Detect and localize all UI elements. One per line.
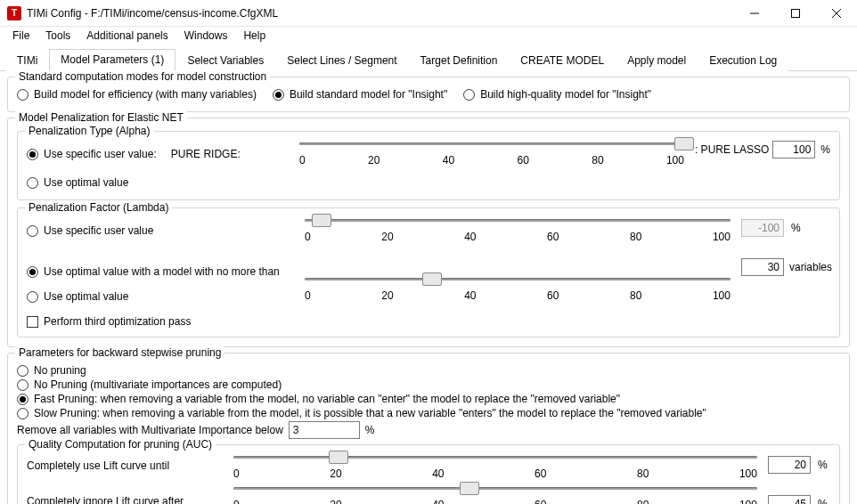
label-pct: % <box>818 459 828 471</box>
input-lambda-specific <box>741 219 784 237</box>
tick: 20 <box>381 289 393 302</box>
svg-rect-1 <box>792 9 800 17</box>
menubar: File Tools Additional panels Windows Hel… <box>0 27 857 45</box>
minimize-button[interactable] <box>734 0 775 26</box>
tab-execution-log[interactable]: Execution Log <box>698 50 788 71</box>
tick: 20 <box>330 499 341 504</box>
input-lift-until[interactable] <box>768 456 811 474</box>
group-standard-modes-label: Standard computation modes for model con… <box>15 70 270 83</box>
tick: 100 <box>713 231 730 243</box>
tick: 100 <box>739 499 757 504</box>
radio-slow-pruning[interactable] <box>17 408 29 419</box>
label-build-hq: Build high-quality model for "Insight" <box>480 88 651 101</box>
label-lambda-optimal: Use optimal value <box>44 290 128 303</box>
group-penalization-label: Model Penalization for Elastic NET <box>15 111 187 124</box>
label-remove-below: Remove all variables with Multivariate I… <box>17 424 283 436</box>
tick: 0 <box>299 154 306 167</box>
tick: 40 <box>464 231 476 243</box>
tabstrip: TIMi Model Parameters (1) Select Variabl… <box>0 45 857 71</box>
tab-select-variables[interactable]: Select Variables <box>175 50 275 71</box>
label-pct: % <box>820 143 830 156</box>
input-alpha-value[interactable] <box>772 141 815 159</box>
group-lambda: Penalization Factor (Lambda) Use specifi… <box>17 207 840 337</box>
tick: 40 <box>432 467 444 480</box>
tab-select-lines[interactable]: Select Lines / Segment <box>275 50 408 71</box>
tick: 60 <box>535 467 546 480</box>
tab-create-model[interactable]: CREATE MODEL <box>509 50 616 71</box>
slider-alpha[interactable]: 0 20 40 60 80 100 <box>299 142 684 167</box>
input-remove-below[interactable] <box>289 421 360 439</box>
tab-model-parameters[interactable]: Model Parameters (1) <box>49 49 175 71</box>
tick: 100 <box>739 467 757 480</box>
label-pct: % <box>791 222 801 234</box>
slider-lift-after[interactable]: 0 20 40 60 80 100 <box>233 485 757 504</box>
radio-fast-pruning[interactable] <box>17 394 29 405</box>
tick: 60 <box>517 154 528 167</box>
radio-alpha-specific[interactable] <box>27 149 38 160</box>
input-lambda-variables[interactable] <box>741 258 784 276</box>
close-button[interactable] <box>816 0 857 26</box>
radio-lambda-specific[interactable] <box>27 225 38 237</box>
tick: 60 <box>535 499 546 504</box>
tick: 80 <box>630 289 641 302</box>
group-alpha-label: Penalization Type (Alpha) <box>25 125 154 137</box>
label-slow-pruning: Slow Pruning: when removing a variable f… <box>34 407 706 419</box>
tick: 0 <box>305 289 311 302</box>
tab-target-definition[interactable]: Target Definition <box>409 50 510 71</box>
tick: 80 <box>592 154 603 167</box>
label-fast-pruning: Fast Pruning: when removing a variable f… <box>34 393 620 405</box>
label-pct: % <box>365 424 375 436</box>
slider-lambda-variables[interactable]: 0 20 40 60 80 100 <box>305 276 730 329</box>
radio-no-pruning[interactable] <box>17 365 29 377</box>
tick: 60 <box>547 289 559 302</box>
group-quality-label: Quality Computation for pruning (AUC) <box>25 438 216 451</box>
input-lift-after[interactable] <box>768 495 811 504</box>
menu-help[interactable]: Help <box>236 28 273 44</box>
radio-alpha-optimal[interactable] <box>27 177 38 189</box>
tick: 80 <box>637 499 649 504</box>
tick: 20 <box>368 154 380 167</box>
label-alpha-optimal: Use optimal value <box>44 176 128 189</box>
group-quality: Quality Computation for pruning (AUC) Co… <box>17 444 840 504</box>
radio-no-pruning-multi[interactable] <box>17 379 29 391</box>
group-penalization: Model Penalization for Elastic NET Penal… <box>7 118 850 347</box>
tick: 0 <box>233 467 240 480</box>
maximize-button[interactable] <box>775 0 816 26</box>
slider-lift-until[interactable]: 0 20 40 60 80 100 <box>233 452 757 480</box>
label-lift-until: Completely use Lift curve until <box>27 459 223 472</box>
tick: 0 <box>233 499 240 504</box>
label-lambda-specific: Use specific user value <box>44 224 153 237</box>
group-alpha: Penalization Type (Alpha) Use specific u… <box>17 131 840 200</box>
label-build-standard: Build standard model for "Insight" <box>290 88 447 101</box>
tick: 20 <box>330 467 341 480</box>
tick: 100 <box>713 289 730 302</box>
label-lambda-optimal-with: Use optimal value with a model with no m… <box>44 265 280 278</box>
tab-apply-model[interactable]: Apply model <box>616 50 698 71</box>
radio-build-standard[interactable] <box>273 89 284 101</box>
tick: 40 <box>443 154 454 167</box>
app-icon: T <box>7 6 21 20</box>
tick: 0 <box>305 231 311 243</box>
radio-lambda-optimal-with[interactable] <box>27 266 38 278</box>
menu-additional-panels[interactable]: Additional panels <box>79 28 175 44</box>
checkbox-third-pass[interactable] <box>27 316 38 328</box>
menu-file[interactable]: File <box>5 28 37 44</box>
tick: 80 <box>637 467 649 480</box>
titlebar: T TIMi Config - F:/TIMi/income/census-in… <box>0 0 857 27</box>
label-lift-after: Completely ignore Lift curve after <box>27 495 223 504</box>
window-title: TIMi Config - F:/TIMi/income/census-inco… <box>27 7 734 20</box>
label-pure-ridge: PURE RIDGE: <box>171 148 241 160</box>
label-variables: variables <box>789 261 832 273</box>
radio-lambda-optimal[interactable] <box>27 291 38 303</box>
slider-lambda-specific[interactable]: 0 20 40 60 80 100 <box>305 215 730 271</box>
tick: 100 <box>666 154 684 167</box>
label-third-pass: Perform third optimization pass <box>44 315 191 328</box>
tab-timi[interactable]: TIMi <box>5 50 49 71</box>
menu-windows[interactable]: Windows <box>177 28 235 44</box>
radio-build-efficiency[interactable] <box>17 89 29 101</box>
radio-build-hq[interactable] <box>463 89 475 101</box>
tick: 40 <box>432 499 444 504</box>
tick: 40 <box>464 289 476 302</box>
group-lambda-label: Penalization Factor (Lambda) <box>25 201 172 214</box>
menu-tools[interactable]: Tools <box>38 28 78 44</box>
